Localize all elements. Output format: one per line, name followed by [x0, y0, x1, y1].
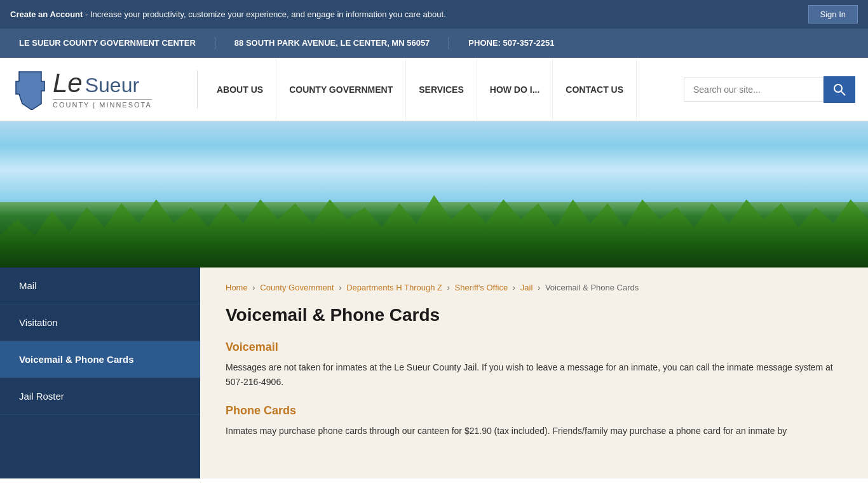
nav-item-about-us[interactable]: ABOUT US [204, 58, 276, 121]
breadcrumb-departments[interactable]: Departments H Through Z [346, 283, 442, 292]
sidebar: Mail Visitation Voicemail & Phone Cards … [0, 268, 200, 478]
hero-image [0, 121, 868, 268]
breadcrumb: Home › County Government › Departments H… [226, 283, 843, 292]
main-content: Mail Visitation Voicemail & Phone Cards … [0, 268, 868, 478]
sidebar-item-jail-roster[interactable]: Jail Roster [0, 378, 200, 415]
breadcrumb-sep-5: › [538, 283, 543, 292]
logo-le: Le [53, 70, 83, 97]
voicemail-section-heading: Voicemail [226, 341, 843, 354]
hero-sky [0, 121, 868, 202]
logo-sueur: Sueur [85, 75, 139, 95]
sidebar-item-voicemail-phone-cards[interactable]: Voicemail & Phone Cards [0, 341, 200, 378]
sidebar-item-visitation[interactable]: Visitation [0, 304, 200, 341]
org-phone: PHONE: 507-357-2251 [449, 37, 573, 49]
breadcrumb-sheriffs-office[interactable]: Sheriff's Office [455, 283, 508, 292]
nav-bar: Le Sueur COUNTY | MINNESOTA ABOUT US COU… [0, 58, 868, 121]
nav-item-services[interactable]: SERVICES [406, 58, 477, 121]
svg-line-1 [841, 92, 845, 95]
nav-item-how-do-i[interactable]: HOW DO I... [477, 58, 553, 121]
logo-area[interactable]: Le Sueur COUNTY | MINNESOTA [13, 69, 191, 110]
header-info-bar: LE SUEUR COUNTY GOVERNMENT CENTER 88 SOU… [0, 29, 868, 58]
top-bar: Create an Account - Increase your produc… [0, 0, 868, 29]
search-input[interactable] [684, 78, 824, 102]
org-name: LE SUEUR COUNTY GOVERNMENT CENTER [19, 37, 215, 49]
sidebar-item-mail[interactable]: Mail [0, 268, 200, 304]
search-icon [833, 83, 846, 96]
nav-item-contact-us[interactable]: CONTACT US [553, 58, 637, 121]
org-address: 88 SOUTH PARK AVENUE, LE CENTER, MN 5605… [215, 37, 449, 49]
breadcrumb-current: Voicemail & Phone Cards [545, 283, 639, 292]
breadcrumb-jail[interactable]: Jail [520, 283, 533, 292]
breadcrumb-sep-2: › [339, 283, 344, 292]
main-nav: ABOUT US COUNTY GOVERNMENT SERVICES HOW … [204, 58, 684, 121]
nav-item-county-government[interactable]: COUNTY GOVERNMENT [276, 58, 406, 121]
top-bar-text: Create an Account - Increase your produc… [10, 10, 808, 19]
logo-text: Le Sueur COUNTY | MINNESOTA [53, 70, 152, 109]
breadcrumb-home[interactable]: Home [226, 283, 248, 292]
breadcrumb-sep-3: › [447, 283, 452, 292]
breadcrumb-county-government[interactable]: County Government [260, 283, 334, 292]
voicemail-section-text: Messages are not taken for inmates at th… [226, 360, 843, 389]
create-account-link[interactable]: Create an Account [10, 10, 83, 19]
top-bar-tagline: - Increase your productivity, customize … [83, 10, 445, 19]
content-area: Home › County Government › Departments H… [200, 268, 868, 478]
svg-point-0 [834, 85, 842, 92]
breadcrumb-sep-4: › [513, 283, 518, 292]
page-title: Voicemail & Phone Cards [226, 305, 843, 325]
logo-county-minnesota: COUNTY | MINNESOTA [53, 99, 152, 109]
phone-cards-section-heading: Phone Cards [226, 404, 843, 417]
search-area [684, 76, 855, 103]
search-button[interactable] [824, 76, 855, 103]
sign-in-button[interactable]: Sign In [808, 5, 858, 24]
nav-logo-divider [197, 71, 198, 109]
phone-cards-section-text: Inmates may purchase phone cards through… [226, 424, 843, 438]
breadcrumb-sep-1: › [252, 283, 257, 292]
logo-map-icon [13, 69, 48, 110]
